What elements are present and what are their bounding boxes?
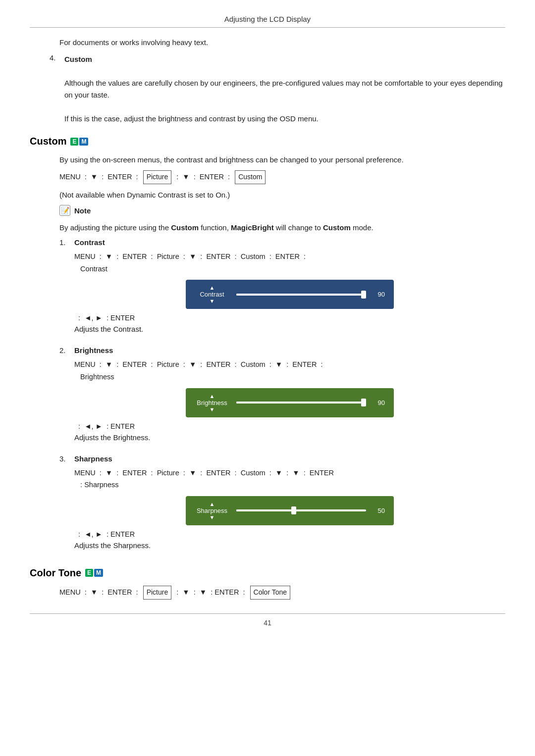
note-label: Note [74,206,91,215]
sub-content-contrast: Contrast MENU : ▼ : ENTER : Picture : ▼ … [74,238,505,340]
item-4-desc1: Although the values are carefully chosen… [64,79,503,99]
sub-num-2: 2. [59,346,74,448]
item-4: 4. Custom Although the values are carefu… [50,53,505,125]
contrast-slider-fill [236,294,351,296]
brightness-adjusts: Adjusts the Brightness. [74,433,505,442]
intro-text: For documents or works involving heavy t… [59,37,505,49]
sharpness-adjusts: Adjusts the Sharpness. [74,541,505,550]
bracket-custom-c: Custom [241,252,266,260]
bracket-picture-s: Picture [157,469,179,477]
osd-sharpness: ▲ Sharpness ▼ 50 [186,496,394,525]
bracket-picture-b: Picture [157,360,179,368]
custom-section-title: Custom [30,136,66,147]
contrast-arrows: : ◄, ► : ENTER [74,314,505,322]
bracket-brightness: Brightness [80,373,114,381]
item-4-label: Custom [64,55,92,63]
sharpness-slider-thumb [291,506,296,514]
osd-contrast: ▲ Contrast ▼ 90 [186,280,394,309]
brightness-slider-fill [236,402,351,403]
page-wrapper: Adjusting the LCD Display For documents … [0,0,535,647]
color-tone-menu-section: MENU : ▼ : ENTER : Picture : ▼ : ▼ : ENT… [59,586,505,600]
sub-item-brightness: 2. Brightness MENU : ▼ : ENTER : Picture… [59,346,505,448]
sharpness-title: Sharpness [74,454,505,463]
item-4-num: 4. [50,53,64,125]
custom-section-body: By using the on-screen menus, the contra… [59,154,505,556]
item-4-desc2: If this is the case, adjust the brightne… [64,114,319,123]
custom-section-header: Custom EM [30,136,505,147]
contrast-slider-thumb [361,291,366,299]
brightness-title: Brightness [74,346,505,354]
sharpness-menu: MENU : ▼ : ENTER : Picture : ▼ : ENTER :… [74,467,505,491]
custom-menu-path: MENU : ▼ : ENTER : Picture : ▼ : ENTER :… [59,170,505,184]
bracket-picture-c: Picture [157,252,179,260]
brightness-value: 90 [373,399,385,406]
note-box: 📝 Note [59,205,505,216]
color-tone-badge-e: E [85,569,93,577]
page-title: Adjusting the LCD Display [224,15,311,23]
sharpness-slider-fill [236,509,296,511]
contrast-adjusts: Adjusts the Contrast. [74,325,505,333]
contrast-value: 90 [373,291,385,298]
page-title-bar: Adjusting the LCD Display [30,15,505,28]
note-icon: 📝 [59,205,70,216]
note-content: By adjusting the picture using the Custo… [59,222,505,234]
item-4-content: Custom Although the values are carefully… [64,53,505,125]
not-available-note: (Not available when Dynamic Contrast is … [59,189,505,202]
bottom-bar: 41 [30,613,505,627]
contrast-menu: MENU : ▼ : ENTER : Picture : ▼ : ENTER :… [74,251,505,275]
color-tone-badge-m: M [94,569,103,577]
sub-item-contrast: 1. Contrast MENU : ▼ : ENTER : Picture :… [59,238,505,340]
bracket-picture: Picture [143,170,172,184]
sub-content-brightness: Brightness MENU : ▼ : ENTER : Picture : … [74,346,505,448]
page-number: 41 [264,619,271,627]
bracket-custom-b: Custom [241,360,266,368]
color-tone-title: Color Tone [30,567,81,579]
badge-m: M [79,138,88,146]
sub-num-1: 1. [59,238,74,340]
sub-content-sharpness: Sharpness MENU : ▼ : ENTER : Picture : ▼… [74,454,505,556]
sharpness-arrows: : ◄, ► : ENTER [74,530,505,538]
color-tone-badge: EM [85,569,103,577]
brightness-arrows: : ◄, ► : ENTER [74,422,505,430]
em-badge: EM [70,138,88,146]
bracket-custom-s: Custom [241,469,266,477]
bracket-sharpness: Sharpness [84,481,118,489]
color-tone-menu-path: MENU : ▼ : ENTER : Picture : ▼ : ▼ : ENT… [59,586,505,600]
brightness-slider-thumb [361,399,366,406]
osd-contrast-label: ▲ Contrast ▼ [195,285,229,304]
bracket-custom: Custom [235,170,266,184]
sub-num-3: 3. [59,454,74,556]
badge-e: E [70,138,78,146]
intro-para1: For documents or works involving heavy t… [59,37,505,49]
bracket-color-tone: Color Tone [250,586,290,600]
color-tone-section-header: Color Tone EM [30,567,505,579]
bracket-contrast: Contrast [80,265,107,273]
osd-sharpness-label: ▲ Sharpness ▼ [195,501,229,520]
osd-brightness-label: ▲ Brightness ▼ [195,393,229,412]
sub-item-sharpness: 3. Sharpness MENU : ▼ : ENTER : Picture … [59,454,505,556]
osd-brightness: ▲ Brightness ▼ 90 [186,388,394,417]
contrast-title: Contrast [74,238,505,247]
contrast-slider-track [236,294,366,296]
bracket-picture-ct: Picture [143,586,172,600]
brightness-slider-track [236,402,366,403]
sharpness-slider-track [236,509,366,511]
custom-desc: By using the on-screen menus, the contra… [59,154,505,166]
sharpness-value: 50 [373,507,385,514]
brightness-menu: MENU : ▼ : ENTER : Picture : ▼ : ENTER :… [74,358,505,383]
